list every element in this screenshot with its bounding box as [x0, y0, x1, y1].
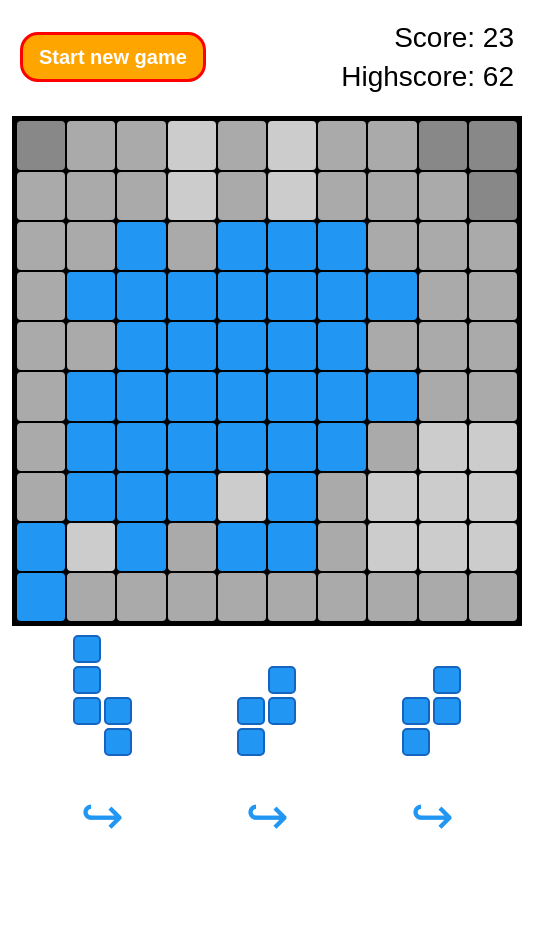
grid-cell[interactable] — [368, 423, 416, 471]
grid-cell[interactable] — [117, 322, 165, 370]
piece-slot-3[interactable] — [367, 666, 497, 756]
grid-cell[interactable] — [17, 121, 65, 169]
grid-cell[interactable] — [318, 372, 366, 420]
grid-cell[interactable] — [17, 372, 65, 420]
grid-cell[interactable] — [17, 473, 65, 521]
grid-cell[interactable] — [368, 372, 416, 420]
grid-cell[interactable] — [368, 473, 416, 521]
grid-cell[interactable] — [469, 322, 517, 370]
grid-cell[interactable] — [268, 121, 316, 169]
grid-cell[interactable] — [318, 322, 366, 370]
grid-cell[interactable] — [419, 272, 467, 320]
grid-cell[interactable] — [419, 573, 467, 621]
grid-cell[interactable] — [117, 172, 165, 220]
grid-cell[interactable] — [168, 473, 216, 521]
grid-cell[interactable] — [469, 222, 517, 270]
grid-cell[interactable] — [67, 121, 115, 169]
grid-cell[interactable] — [67, 272, 115, 320]
grid-cell[interactable] — [469, 172, 517, 220]
grid-cell[interactable] — [17, 523, 65, 571]
grid-cell[interactable] — [368, 121, 416, 169]
grid-cell[interactable] — [368, 322, 416, 370]
grid-cell[interactable] — [318, 523, 366, 571]
grid-cell[interactable] — [318, 121, 366, 169]
grid-cell[interactable] — [368, 573, 416, 621]
grid-cell[interactable] — [218, 423, 266, 471]
grid-cell[interactable] — [419, 423, 467, 471]
grid-cell[interactable] — [67, 372, 115, 420]
grid-cell[interactable] — [419, 222, 467, 270]
grid-cell[interactable] — [67, 322, 115, 370]
grid-cell[interactable] — [469, 523, 517, 571]
grid-cell[interactable] — [218, 222, 266, 270]
grid-cell[interactable] — [419, 523, 467, 571]
grid-cell[interactable] — [218, 322, 266, 370]
game-grid[interactable] — [12, 116, 522, 626]
grid-cell[interactable] — [268, 523, 316, 571]
grid-cell[interactable] — [268, 573, 316, 621]
grid-cell[interactable] — [17, 172, 65, 220]
grid-cell[interactable] — [218, 172, 266, 220]
grid-cell[interactable] — [218, 372, 266, 420]
grid-cell[interactable] — [368, 272, 416, 320]
grid-cell[interactable] — [368, 222, 416, 270]
grid-cell[interactable] — [469, 423, 517, 471]
grid-cell[interactable] — [17, 423, 65, 471]
grid-cell[interactable] — [168, 172, 216, 220]
grid-cell[interactable] — [419, 172, 467, 220]
grid-cell[interactable] — [368, 172, 416, 220]
grid-cell[interactable] — [67, 423, 115, 471]
piece-slot-2[interactable] — [202, 666, 332, 756]
grid-cell[interactable] — [469, 121, 517, 169]
grid-cell[interactable] — [117, 523, 165, 571]
grid-cell[interactable] — [67, 473, 115, 521]
grid-cell[interactable] — [368, 523, 416, 571]
grid-cell[interactable] — [67, 172, 115, 220]
grid-cell[interactable] — [268, 423, 316, 471]
grid-cell[interactable] — [469, 272, 517, 320]
grid-cell[interactable] — [218, 573, 266, 621]
grid-cell[interactable] — [419, 473, 467, 521]
grid-cell[interactable] — [117, 473, 165, 521]
start-new-game-button[interactable]: Start new game — [20, 32, 206, 82]
grid-cell[interactable] — [17, 222, 65, 270]
grid-cell[interactable] — [117, 573, 165, 621]
grid-cell[interactable] — [168, 272, 216, 320]
piece-slot-1[interactable] — [37, 635, 167, 756]
undo-button-1[interactable]: ↩ — [57, 781, 147, 851]
grid-cell[interactable] — [268, 372, 316, 420]
grid-cell[interactable] — [17, 322, 65, 370]
grid-cell[interactable] — [218, 121, 266, 169]
grid-cell[interactable] — [419, 121, 467, 169]
grid-cell[interactable] — [67, 573, 115, 621]
grid-cell[interactable] — [469, 573, 517, 621]
grid-cell[interactable] — [268, 473, 316, 521]
grid-cell[interactable] — [318, 272, 366, 320]
grid-cell[interactable] — [419, 322, 467, 370]
grid-cell[interactable] — [67, 222, 115, 270]
grid-cell[interactable] — [168, 523, 216, 571]
grid-cell[interactable] — [168, 423, 216, 471]
undo-button-2[interactable]: ↩ — [222, 781, 312, 851]
grid-cell[interactable] — [318, 573, 366, 621]
grid-cell[interactable] — [168, 322, 216, 370]
grid-cell[interactable] — [268, 322, 316, 370]
grid-cell[interactable] — [67, 523, 115, 571]
grid-cell[interactable] — [419, 372, 467, 420]
grid-cell[interactable] — [268, 172, 316, 220]
grid-cell[interactable] — [17, 573, 65, 621]
grid-cell[interactable] — [117, 222, 165, 270]
grid-cell[interactable] — [318, 172, 366, 220]
grid-cell[interactable] — [318, 423, 366, 471]
grid-cell[interactable] — [117, 372, 165, 420]
grid-cell[interactable] — [268, 222, 316, 270]
grid-cell[interactable] — [218, 523, 266, 571]
grid-cell[interactable] — [469, 372, 517, 420]
grid-cell[interactable] — [17, 272, 65, 320]
grid-cell[interactable] — [168, 573, 216, 621]
grid-cell[interactable] — [218, 473, 266, 521]
undo-button-3[interactable]: ↩ — [387, 781, 477, 851]
grid-cell[interactable] — [268, 272, 316, 320]
grid-cell[interactable] — [168, 121, 216, 169]
grid-cell[interactable] — [168, 372, 216, 420]
